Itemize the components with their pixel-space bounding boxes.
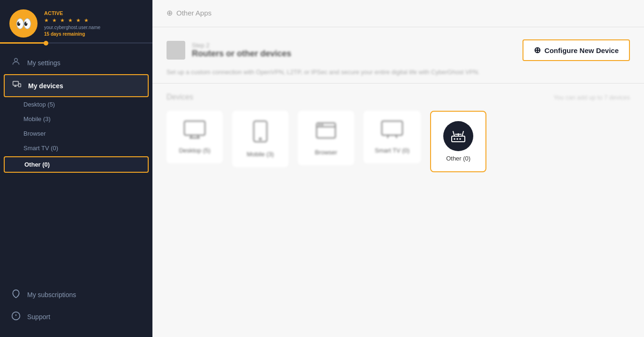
- desktop-icon: [183, 120, 206, 143]
- user-info: Active ★ ★ ★ ★ ★ ★ your.cyberghost.user.…: [44, 10, 100, 37]
- browser-icon: [316, 120, 336, 145]
- sidebar: 👀 Active ★ ★ ★ ★ ★ ★ your.cyberghost.use…: [0, 0, 152, 337]
- section-title-block: Step 2 Routers or other devices: [167, 41, 291, 60]
- sidebar-item-my-devices[interactable]: My devices: [4, 74, 149, 97]
- sidebar-bottom: My subscriptions Support: [0, 279, 152, 337]
- svg-line-24: [462, 131, 463, 136]
- configure-new-device-button[interactable]: ⊕ Configure New Device: [523, 39, 630, 61]
- sidebar-subitem-desktop[interactable]: Desktop (5): [0, 97, 152, 112]
- devices-header: Devices You can add up to 7 devices: [167, 93, 630, 101]
- sidebar-item-support[interactable]: Support: [0, 306, 152, 328]
- sidebar-header: 👀 Active ★ ★ ★ ★ ★ ★ your.cyberghost.use…: [0, 0, 152, 42]
- svg-rect-2: [18, 84, 21, 87]
- device-card-mobile[interactable]: Mobile (3): [232, 111, 288, 167]
- section-title-text: Step 2 Routers or other devices: [192, 42, 291, 59]
- sidebar-item-subscriptions[interactable]: My subscriptions: [0, 283, 152, 306]
- device-card-other[interactable]: Other (0): [430, 111, 486, 172]
- device-label-smart-tv: Smart TV (0): [375, 147, 409, 154]
- user-status: Active: [44, 10, 100, 16]
- svg-point-13: [321, 124, 323, 126]
- device-label-mobile: Mobile (3): [247, 151, 274, 158]
- my-settings-icon: [11, 57, 21, 69]
- configure-btn-label: Configure New Device: [545, 46, 619, 54]
- user-stars: ★ ★ ★ ★ ★ ★: [44, 17, 100, 23]
- svg-rect-8: [254, 121, 267, 142]
- section-header: Step 2 Routers or other devices ⊕ Config…: [152, 32, 644, 69]
- svg-line-23: [453, 131, 455, 136]
- other-apps-link[interactable]: ⊕ Other Apps: [152, 0, 644, 22]
- other-apps-icon: ⊕: [167, 8, 173, 17]
- devices-section: Devices You can add up to 7 devices Desk…: [152, 93, 644, 172]
- logo: 👀: [9, 9, 38, 38]
- devices-grid: Desktop (5) Mobile (3): [167, 111, 630, 172]
- sidebar-item-label-subscriptions: My subscriptions: [27, 291, 76, 299]
- main-content: ⊕ Other Apps Step 2 Routers or other dev…: [152, 0, 644, 337]
- svg-point-12: [318, 124, 320, 126]
- svg-point-0: [15, 58, 18, 61]
- progress-bar-container: [0, 42, 152, 44]
- devices-title: Devices: [167, 93, 193, 101]
- logo-icon: 👀: [15, 16, 32, 31]
- divider-2: [152, 83, 644, 84]
- section-icon: [167, 41, 185, 60]
- progress-bar: [0, 42, 46, 44]
- subscriptions-icon: [11, 289, 21, 300]
- sidebar-item-label-devices: My devices: [28, 82, 63, 90]
- sidebar-subitem-smart-tv[interactable]: Smart TV (0): [0, 141, 152, 155]
- svg-point-25: [454, 138, 455, 140]
- device-card-desktop[interactable]: Desktop (5): [167, 111, 223, 163]
- svg-rect-14: [382, 121, 402, 135]
- device-label-other: Other (0): [446, 155, 470, 162]
- device-card-browser[interactable]: Browser: [298, 111, 354, 165]
- other-apps-label: Other Apps: [176, 9, 212, 17]
- sidebar-item-label-settings: My settings: [27, 59, 61, 67]
- user-trial: 15 days remaining: [44, 31, 100, 37]
- section-description: Set up a custom connection with OpenVPN,…: [152, 69, 644, 83]
- section-label: Step 2: [192, 42, 291, 49]
- svg-point-27: [460, 138, 461, 140]
- sidebar-subitem-mobile[interactable]: Mobile (3): [0, 112, 152, 126]
- svg-point-26: [457, 138, 458, 140]
- svg-rect-1: [13, 81, 19, 85]
- svg-rect-4: [184, 121, 205, 135]
- svg-point-9: [259, 138, 261, 140]
- support-icon: [11, 311, 21, 322]
- device-label-desktop: Desktop (5): [179, 147, 210, 154]
- smart-tv-icon: [381, 120, 403, 143]
- sidebar-item-label-support: Support: [27, 313, 50, 321]
- section-title: Routers or other devices: [192, 49, 291, 59]
- sidebar-item-my-settings[interactable]: My settings: [0, 51, 152, 74]
- divider-1: [152, 27, 644, 27]
- user-name: your.cyberghost.user.name: [44, 25, 100, 30]
- sidebar-subitem-browser[interactable]: Browser: [0, 126, 152, 141]
- device-card-smart-tv[interactable]: Smart TV (0): [364, 111, 421, 163]
- svg-rect-17: [452, 136, 465, 142]
- sidebar-subitem-other[interactable]: Other (0): [4, 156, 149, 173]
- device-label-browser: Browser: [315, 149, 337, 156]
- sidebar-nav: My settings My devices Desktop (5) Mobil…: [0, 46, 152, 178]
- progress-dot: [44, 41, 48, 46]
- mobile-icon: [253, 120, 268, 147]
- configure-btn-icon: ⊕: [534, 45, 541, 55]
- device-subitems: Desktop (5) Mobile (3) Browser Smart TV …: [0, 97, 152, 173]
- my-devices-icon: [12, 80, 22, 92]
- devices-limit: You can add up to 7 devices: [553, 94, 630, 101]
- router-icon: [443, 121, 473, 151]
